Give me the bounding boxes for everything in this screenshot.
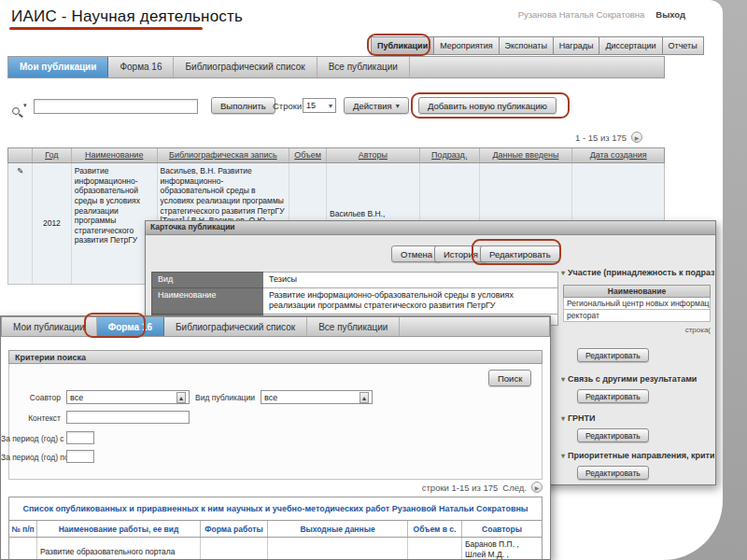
chevron-down-icon[interactable]: ▾ xyxy=(561,414,565,423)
lov-picker-icon[interactable]: ▴ xyxy=(176,392,186,403)
subtab-all-publications[interactable]: Все публикации xyxy=(317,57,410,77)
pagination-range: 1 - 15 из 175 xyxy=(575,133,627,143)
tab-events[interactable]: Мероприятия xyxy=(434,36,499,55)
pagination: 1 - 15 из 175 ▶ xyxy=(575,132,642,143)
subtab-form16[interactable]: Форма 16 xyxy=(108,57,174,77)
pubtype-select[interactable]: все ▴ xyxy=(261,390,373,404)
cell-volume xyxy=(408,538,462,560)
logout-link[interactable]: Выход xyxy=(655,9,685,20)
edit-grnti-button[interactable]: Редактировать xyxy=(577,428,649,442)
col-department[interactable]: Подразд. xyxy=(420,148,480,162)
coauthor-select-value: все xyxy=(70,393,83,402)
page-title: ИАИС - Научная деятельность xyxy=(11,7,243,26)
pubtype-select-value: все xyxy=(264,393,277,402)
criteria-header: Критерии поиска xyxy=(8,350,543,364)
search-input[interactable] xyxy=(34,99,198,114)
coauthor-select[interactable]: все ▴ xyxy=(66,390,190,404)
tab-dissertations[interactable]: Диссертации xyxy=(599,36,662,55)
form16-table-header: № п/п Наименование работы, ее вид Форма … xyxy=(8,521,543,538)
edit-row-icon[interactable]: ✎ xyxy=(17,166,23,175)
tab-awards[interactable]: Награды xyxy=(554,36,600,55)
subtab-bibliography[interactable]: Библиографический список xyxy=(174,57,317,77)
section-priority-title: Приоритетные направления, критические xyxy=(568,451,714,460)
participation-row[interactable]: ректорат xyxy=(563,310,711,322)
search-button[interactable]: Поиск xyxy=(488,370,531,386)
tab-reports[interactable]: Отчеты xyxy=(663,36,704,55)
col-bibliography[interactable]: Библиографическая запись xyxy=(158,148,290,162)
rows-select-value: 15 xyxy=(306,101,316,110)
card-side-panel: ▾Участие (принадлежность к подразделени … xyxy=(561,221,714,484)
lov-picker-icon[interactable]: ▴ xyxy=(359,392,369,403)
user-area: Рузанова Наталья Сократовна Выход xyxy=(518,9,685,20)
section-priority-directions: ▾Приоритетные направления, критические xyxy=(561,451,714,460)
pubtype-label: Вид публикации xyxy=(188,393,255,402)
search-icon[interactable] xyxy=(12,102,20,119)
field-type-value: Тезисы xyxy=(263,272,558,288)
col-volume[interactable]: Объем xyxy=(289,148,327,162)
publications-table-header: Год Наименование Библиографическая запис… xyxy=(7,147,665,163)
form16-window: Мои публикации Форма 16 Библиографически… xyxy=(0,315,551,560)
context-input[interactable] xyxy=(66,411,190,424)
form16-row[interactable]: Развитие образовательного портала ИАИС Б… xyxy=(8,538,543,560)
publications-subtab-bar: Мои публикации Форма 16 Библиографически… xyxy=(7,56,665,78)
col-authors[interactable]: Авторы xyxy=(327,148,420,162)
next-page-icon[interactable]: ▶ xyxy=(531,482,543,493)
search-options-chevron-icon[interactable]: ▾ xyxy=(23,102,27,109)
pagination-range: строки 1-15 из 175 xyxy=(422,483,499,493)
col-name[interactable]: Наименование xyxy=(72,148,158,162)
chevron-down-icon[interactable]: ▾ xyxy=(561,375,565,384)
participation-column-header: Наименование xyxy=(563,285,711,298)
field-name-value: Развитие информационно-образовательной с… xyxy=(263,288,558,315)
execute-button[interactable]: Выполнить xyxy=(211,97,275,114)
col-output-data: Выходные данные xyxy=(268,521,408,537)
rows-select[interactable]: 15 ▾ xyxy=(303,98,336,113)
tab-exhibits[interactable]: Экспонаты xyxy=(500,36,554,55)
user-name: Рузанова Наталья Сократовна xyxy=(518,9,645,20)
form16-list-title: Список опубликованных и приравненных к н… xyxy=(8,497,543,521)
col-work-form: Форма работы xyxy=(201,521,268,537)
actions-label: Действия xyxy=(353,101,392,111)
participation-row[interactable]: Региональный центр новых информационных … xyxy=(563,298,711,310)
edit-related-button[interactable]: Редактировать xyxy=(577,389,649,403)
magnifier-glyph xyxy=(12,107,20,115)
edit-priority-button[interactable]: Редактировать xyxy=(577,466,649,480)
section-grnti: ▾ГРНТИ xyxy=(561,413,714,423)
cell-work-form xyxy=(201,538,268,560)
period-to-label: За период (год) по xyxy=(1,453,63,462)
chevron-down-icon: ▾ xyxy=(396,102,400,110)
cell-number xyxy=(9,538,37,560)
cell-year: 2012 xyxy=(33,163,72,284)
col-entered-by[interactable]: Данные введены xyxy=(480,148,573,162)
chevron-down-icon[interactable]: ▾ xyxy=(561,269,565,277)
section-participation: ▾Участие (принадлежность к подразделени xyxy=(561,268,714,277)
field-row-name: Наименование Развитие информационно-обра… xyxy=(151,288,558,315)
field-name-label: Наименование xyxy=(151,288,263,315)
rows-label: Строки xyxy=(273,101,302,111)
col-year[interactable]: Год xyxy=(33,148,72,162)
cell-output-data xyxy=(268,538,408,560)
col-work-name: Наименование работы, ее вид xyxy=(37,521,201,537)
subtab-bibliography[interactable]: Библиографический список xyxy=(164,317,307,336)
coauthor-label: Соавтор xyxy=(1,393,61,402)
subtab-all-publications[interactable]: Все публикации xyxy=(307,317,400,336)
context-label: Контекст xyxy=(1,413,61,423)
field-type-label: Вид xyxy=(151,272,263,288)
field-row-type: Вид Тезисы xyxy=(151,272,558,288)
period-to-input[interactable] xyxy=(66,450,94,463)
next-page-icon[interactable]: ▶ xyxy=(631,132,642,143)
chevron-down-icon[interactable]: ▾ xyxy=(561,452,565,460)
period-from-input[interactable] xyxy=(66,431,94,444)
subtab-my-publications[interactable]: Мои публикации xyxy=(2,317,97,336)
col-number: № п/п xyxy=(9,521,37,537)
chevron-down-icon: ▾ xyxy=(329,102,332,110)
col-edit xyxy=(8,148,33,162)
row-edit-cell: ✎ xyxy=(8,163,33,284)
col-coauthors: Соавторы xyxy=(462,521,542,537)
title-underline-annotation xyxy=(9,27,203,30)
next-link[interactable]: След. xyxy=(502,483,527,493)
col-created[interactable]: Дата создания xyxy=(572,148,664,162)
subtab-my-publications[interactable]: Мои публикации xyxy=(8,57,108,77)
edit-participation-button[interactable]: Редактировать xyxy=(577,348,649,362)
form16-pagination: строки 1-15 из 175 След. ▶ xyxy=(309,482,543,493)
actions-button[interactable]: Действия ▾ xyxy=(344,97,409,114)
